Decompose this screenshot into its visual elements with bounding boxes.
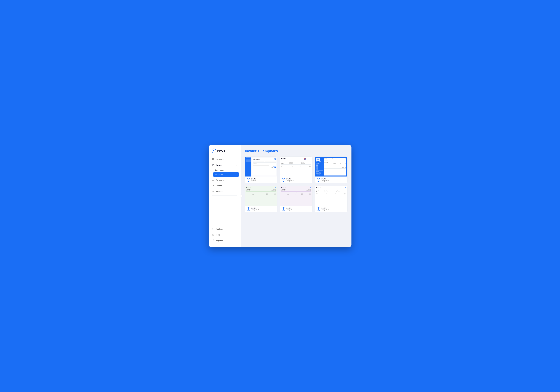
svg-point-16 bbox=[213, 240, 214, 240]
clients-icon bbox=[212, 184, 215, 187]
template-logo-icon-2: S bbox=[317, 178, 320, 181]
template-brand-5: PayUp bbox=[287, 207, 294, 209]
template-name-block-4: PayUp Template 4 bbox=[251, 207, 259, 211]
template-info-5: S PayUp Template 5 bbox=[280, 206, 312, 212]
template-info-1: S PayUp Template 1 bbox=[280, 177, 312, 183]
template-preview-1: Invoice #02-AQ498 Asiyyah Designs Issued bbox=[280, 157, 312, 177]
sidebar-bottom-nav: Settings ? Help bbox=[209, 226, 241, 243]
svg-point-13 bbox=[213, 229, 213, 229]
sidebar-nav: Dashboard Invoice ▲ New Invoice bbox=[209, 157, 241, 226]
template-label-6: Template 6 bbox=[321, 209, 329, 211]
app-window: S PayUp Dashboard bbox=[209, 145, 351, 247]
sidebar-item-invoice[interactable]: Invoice ▲ bbox=[210, 162, 239, 168]
templates-grid: PayUp Invoice #AK0324-01 A From: bbox=[245, 157, 348, 212]
breadcrumb-invoice[interactable]: Invoice bbox=[245, 149, 257, 153]
template-brand-default: PayUp bbox=[251, 178, 257, 180]
sidebar-item-signout[interactable]: Sign Out bbox=[210, 238, 239, 243]
template-label-1: Template 1 bbox=[287, 180, 294, 181]
template-brand-4: PayUp bbox=[251, 207, 259, 209]
template-preview-6: Invoice #02-AQ408 A Asiyyah Designs Issu… bbox=[315, 186, 347, 206]
app-name: PayUp bbox=[217, 150, 225, 152]
template-brand-2: PayUp bbox=[321, 178, 329, 180]
sidebar-item-invoice-label: Invoice bbox=[216, 164, 222, 166]
template-info-default: S PayUp Default bbox=[245, 177, 277, 183]
logo: S PayUp bbox=[209, 149, 241, 157]
template-label-4: Template 4 bbox=[251, 209, 259, 211]
template-label-default: Default bbox=[251, 180, 257, 181]
template-preview-5: Invoice Billed to Company Name Company a… bbox=[280, 186, 312, 206]
template-card-6[interactable]: Invoice #02-AQ408 A Asiyyah Designs Issu… bbox=[315, 186, 348, 212]
template-card-default[interactable]: PayUp Invoice #AK0324-01 A From: bbox=[245, 157, 278, 183]
sidebar-item-templates[interactable]: Templates bbox=[213, 172, 239, 177]
svg-rect-1 bbox=[213, 158, 214, 159]
signout-icon bbox=[212, 239, 215, 242]
sidebar-item-clients[interactable]: Clients bbox=[210, 183, 239, 188]
payments-icon bbox=[212, 179, 215, 181]
template-label-5: Template 5 bbox=[287, 209, 294, 211]
main-content: Invoice > Templates bbox=[241, 145, 351, 247]
template-card-4[interactable]: Invoice Billed to Company Name Company a… bbox=[245, 186, 278, 212]
sidebar-item-settings[interactable]: Settings bbox=[210, 226, 239, 232]
nav-divider bbox=[212, 195, 237, 196]
sidebar-item-dashboard[interactable]: Dashboard bbox=[210, 157, 239, 162]
svg-text:?: ? bbox=[213, 234, 214, 235]
template-brand-6: PayUp bbox=[321, 207, 329, 209]
sidebar-item-settings-label: Settings bbox=[216, 228, 223, 230]
svg-point-11 bbox=[213, 185, 214, 186]
template-name-block-1: PayUp Template 1 bbox=[287, 178, 294, 181]
main: Invoice > Templates bbox=[241, 145, 351, 247]
template-name-block-6: PayUp Template 6 bbox=[321, 207, 329, 211]
settings-icon bbox=[212, 228, 215, 231]
template-preview-default: PayUp Invoice #AK0324-01 A From: bbox=[245, 157, 277, 177]
template-info-4: S PayUp Template 4 bbox=[245, 206, 277, 212]
sidebar-item-help[interactable]: ? Help bbox=[210, 232, 239, 238]
sidebar-item-new-invoice[interactable]: New Invoice bbox=[213, 168, 239, 172]
svg-rect-0 bbox=[212, 158, 213, 159]
chevron-up-icon: ▲ bbox=[236, 164, 238, 166]
sidebar-item-dashboard-label: Dashboard bbox=[216, 158, 225, 160]
invoice-icon bbox=[212, 164, 215, 166]
svg-rect-3 bbox=[213, 159, 214, 160]
sidebar-item-clients-label: Clients bbox=[216, 185, 222, 187]
reports-icon bbox=[212, 190, 215, 193]
sidebar-item-payments[interactable]: Payments bbox=[210, 177, 239, 183]
breadcrumb-separator: > bbox=[258, 150, 260, 153]
grid-icon bbox=[212, 158, 215, 161]
svg-rect-10 bbox=[212, 180, 213, 180]
template-info-6: S PayUp Template 6 bbox=[315, 206, 347, 212]
template-preview-4: Invoice Billed to Company Name Company a… bbox=[245, 186, 277, 206]
breadcrumb-current: Templates bbox=[261, 149, 278, 153]
template-logo-icon-1: S bbox=[282, 178, 285, 181]
sidebar-item-help-label: Help bbox=[216, 234, 220, 236]
template-name-block-default: PayUp Default bbox=[251, 178, 257, 181]
sidebar-item-reports-label: Reports bbox=[216, 190, 223, 192]
sidebar-item-payments-label: Payments bbox=[216, 179, 224, 181]
template-label-2: Template 2 bbox=[321, 180, 329, 181]
template-name-block-5: PayUp Template 5 bbox=[287, 207, 294, 211]
template-name-block-2: PayUp Template 2 bbox=[321, 178, 329, 181]
help-icon: ? bbox=[212, 233, 215, 236]
svg-rect-2 bbox=[212, 159, 213, 160]
sidebar-item-signout-label: Sign Out bbox=[216, 240, 223, 241]
template-preview-2: A Asiyyah Designs INVOICE DETAILS Invoic… bbox=[315, 157, 347, 177]
invoice-submenu: New Invoice Templates bbox=[210, 168, 239, 177]
template-card-2[interactable]: A Asiyyah Designs INVOICE DETAILS Invoic… bbox=[315, 157, 348, 183]
logo-icon: S bbox=[212, 149, 216, 153]
svg-rect-8 bbox=[212, 179, 214, 181]
template-brand-1: PayUp bbox=[287, 178, 294, 180]
template-info-2: S PayUp Template 2 bbox=[315, 177, 347, 183]
sidebar: S PayUp Dashboard bbox=[209, 145, 241, 247]
template-card-1[interactable]: Invoice #02-AQ498 Asiyyah Designs Issued bbox=[280, 157, 312, 183]
svg-point-12 bbox=[214, 191, 214, 191]
template-logo-icon-6: S bbox=[317, 207, 320, 211]
template-card-5[interactable]: Invoice Billed to Company Name Company a… bbox=[280, 186, 312, 212]
sidebar-toggle[interactable]: ‹ bbox=[240, 194, 242, 198]
template-logo-icon-5: S bbox=[282, 207, 285, 211]
sidebar-item-reports[interactable]: Reports bbox=[210, 189, 239, 194]
breadcrumb: Invoice > Templates bbox=[245, 149, 348, 153]
template-logo-icon-default: S bbox=[247, 178, 250, 181]
template-logo-icon-4: S bbox=[247, 207, 250, 211]
